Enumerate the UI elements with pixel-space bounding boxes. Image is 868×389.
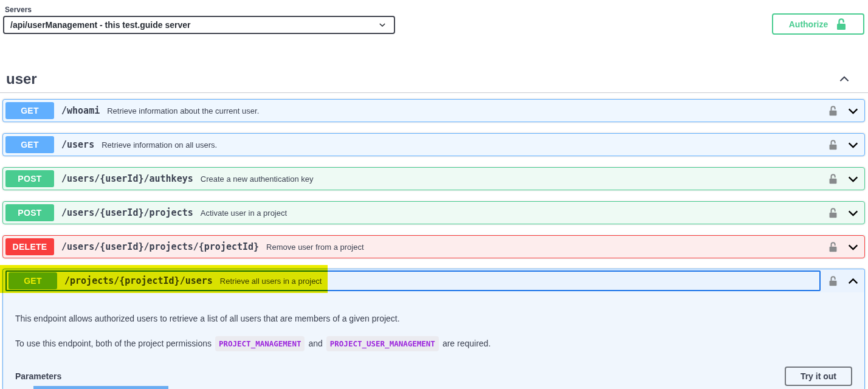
method-badge: POST [5, 204, 54, 221]
permission-code-token: PROJECT_MANAGEMENT [215, 336, 305, 351]
method-badge: GET [5, 102, 54, 119]
description-line-2: To use this endpoint, both of the projec… [15, 336, 852, 352]
parameters-title: Parameters [15, 371, 61, 381]
authorize-button[interactable]: Authorize [772, 13, 864, 35]
op-block-body: This endpoint allows authorized users to… [3, 292, 864, 386]
method-badge: GET [5, 136, 54, 153]
op-description: Retrieve information about the current u… [107, 106, 259, 115]
op-row-get-whoami[interactable]: GET /whoami Retrieve information about t… [2, 99, 865, 122]
try-it-out-button[interactable]: Try it out [785, 367, 852, 386]
op-path: /users/{userId}/projects/{projectId} [61, 241, 259, 252]
description-line-1: This endpoint allows authorized users to… [15, 311, 852, 326]
parameters-header: Parameters Try it out [15, 367, 852, 386]
op-row-get-users[interactable]: GET /users Retrieve information on all u… [2, 133, 865, 156]
unlock-icon[interactable] [828, 241, 838, 253]
authorize-label: Authorize [789, 19, 828, 29]
unlock-icon[interactable] [828, 105, 838, 117]
method-badge: DELETE [5, 238, 54, 255]
op-description: Create a new authentication key [201, 174, 314, 184]
server-select-value: /api/userManagement - this test.guide se… [10, 20, 190, 30]
op-block-description: This endpoint allows authorized users to… [15, 311, 852, 352]
section-title: user [6, 71, 37, 88]
tag-section-header-user[interactable]: user [0, 65, 868, 93]
unlock-icon[interactable] [828, 275, 838, 287]
op-path: /users/{userId}/authkeys [61, 173, 193, 184]
op-row-post-projects[interactable]: POST /users/{userId}/projects Activate u… [2, 201, 865, 224]
chevron-down-icon[interactable] [847, 173, 859, 185]
chevron-up-icon[interactable] [838, 72, 851, 86]
op-path: /users [61, 139, 94, 150]
operations-list: GET /whoami Retrieve information about t… [2, 99, 865, 269]
unlock-icon[interactable] [828, 173, 838, 185]
cut-off-blue-element [33, 386, 168, 389]
method-badge: POST [5, 170, 54, 187]
chevron-down-icon[interactable] [847, 207, 859, 219]
permission-code-token: PROJECT_USER_MANAGEMENT [326, 336, 439, 351]
unlock-icon [835, 18, 847, 31]
servers-label: Servers [5, 5, 32, 14]
op-summary-row: GET /projects/{projectId}/users Retrieve… [3, 269, 864, 292]
method-badge: GET [9, 272, 57, 289]
server-select[interactable]: /api/userManagement - this test.guide se… [3, 16, 395, 34]
op-description: Retrieve information on all users. [102, 140, 217, 150]
op-path: /whoami [61, 105, 100, 116]
op-description: Remove user from a project [266, 243, 363, 252]
op-description: Retrieve all users in a project [220, 277, 322, 286]
op-path: /projects/{projectId}/users [64, 275, 213, 286]
chevron-up-icon[interactable] [847, 275, 859, 287]
op-summary-control[interactable]: GET /projects/{projectId}/users Retrieve… [5, 270, 821, 291]
op-row-post-authkeys[interactable]: POST /users/{userId}/authkeys Create a n… [2, 167, 865, 190]
unlock-icon[interactable] [828, 207, 838, 219]
chevron-down-icon [378, 21, 387, 29]
op-description: Activate user in a project [201, 208, 287, 218]
chevron-down-icon[interactable] [847, 241, 859, 253]
swagger-ui-page: Servers /api/userManagement - this test.… [0, 0, 868, 389]
op-path: /users/{userId}/projects [61, 207, 193, 218]
op-block-get-project-users-expanded: GET /projects/{projectId}/users Retrieve… [2, 269, 865, 389]
unlock-icon[interactable] [828, 139, 838, 151]
chevron-down-icon[interactable] [847, 105, 859, 117]
chevron-down-icon[interactable] [847, 139, 859, 151]
op-row-delete-project-user[interactable]: DELETE /users/{userId}/projects/{project… [2, 235, 865, 258]
